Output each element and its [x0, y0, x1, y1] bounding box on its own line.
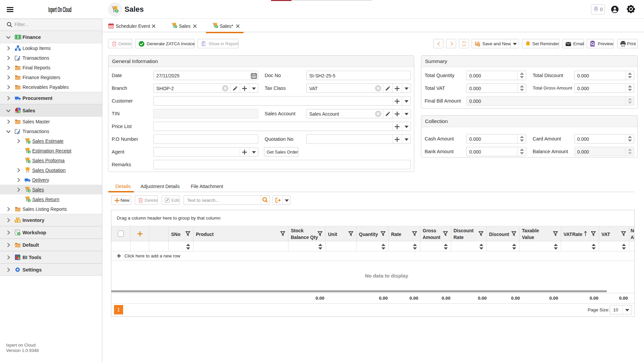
- svg-text:$: $: [116, 9, 118, 12]
- svg-text:$: $: [29, 160, 30, 163]
- svg-text:$: $: [175, 25, 176, 28]
- svg-text:$: $: [29, 141, 30, 144]
- svg-text:$: $: [18, 111, 20, 113]
- svg-text:$: $: [216, 25, 217, 28]
- svg-text:$: $: [29, 150, 30, 154]
- svg-text:$: $: [29, 189, 30, 192]
- svg-text:$: $: [29, 199, 30, 202]
